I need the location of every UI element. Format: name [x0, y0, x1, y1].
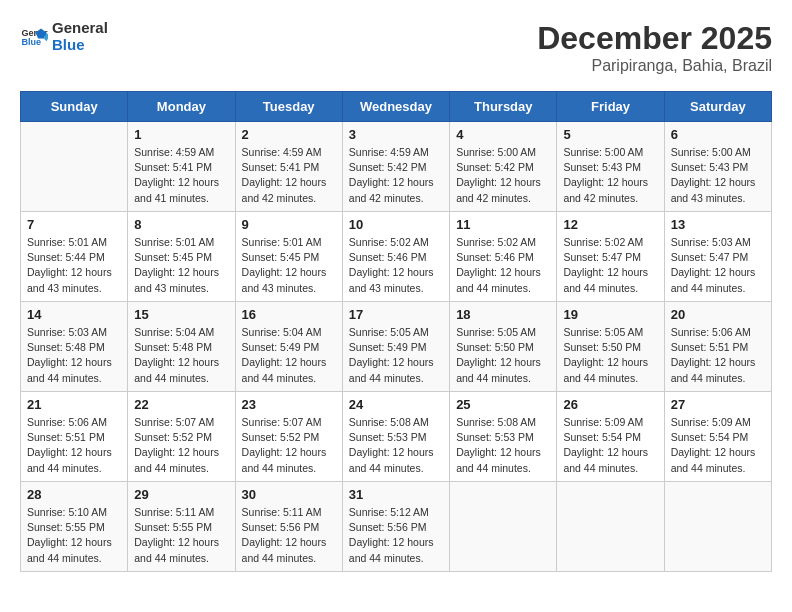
day-info: Sunrise: 5:05 AMSunset: 5:50 PMDaylight:… — [456, 325, 550, 386]
day-cell: 13Sunrise: 5:03 AMSunset: 5:47 PMDayligh… — [664, 212, 771, 302]
weekday-header-row: SundayMondayTuesdayWednesdayThursdayFrid… — [21, 92, 772, 122]
day-number: 14 — [27, 307, 121, 322]
day-cell: 26Sunrise: 5:09 AMSunset: 5:54 PMDayligh… — [557, 392, 664, 482]
day-info: Sunrise: 5:08 AMSunset: 5:53 PMDaylight:… — [456, 415, 550, 476]
day-cell: 7Sunrise: 5:01 AMSunset: 5:44 PMDaylight… — [21, 212, 128, 302]
week-row-3: 14Sunrise: 5:03 AMSunset: 5:48 PMDayligh… — [21, 302, 772, 392]
day-info: Sunrise: 5:02 AMSunset: 5:46 PMDaylight:… — [349, 235, 443, 296]
day-cell: 10Sunrise: 5:02 AMSunset: 5:46 PMDayligh… — [342, 212, 449, 302]
day-cell — [450, 482, 557, 572]
weekday-header-friday: Friday — [557, 92, 664, 122]
day-cell: 14Sunrise: 5:03 AMSunset: 5:48 PMDayligh… — [21, 302, 128, 392]
day-number: 7 — [27, 217, 121, 232]
day-number: 17 — [349, 307, 443, 322]
day-cell: 30Sunrise: 5:11 AMSunset: 5:56 PMDayligh… — [235, 482, 342, 572]
day-info: Sunrise: 4:59 AMSunset: 5:42 PMDaylight:… — [349, 145, 443, 206]
day-info: Sunrise: 5:10 AMSunset: 5:55 PMDaylight:… — [27, 505, 121, 566]
day-info: Sunrise: 5:04 AMSunset: 5:48 PMDaylight:… — [134, 325, 228, 386]
day-cell: 3Sunrise: 4:59 AMSunset: 5:42 PMDaylight… — [342, 122, 449, 212]
day-number: 6 — [671, 127, 765, 142]
weekday-header-monday: Monday — [128, 92, 235, 122]
day-cell: 8Sunrise: 5:01 AMSunset: 5:45 PMDaylight… — [128, 212, 235, 302]
day-cell: 1Sunrise: 4:59 AMSunset: 5:41 PMDaylight… — [128, 122, 235, 212]
day-cell: 31Sunrise: 5:12 AMSunset: 5:56 PMDayligh… — [342, 482, 449, 572]
day-number: 19 — [563, 307, 657, 322]
day-info: Sunrise: 5:05 AMSunset: 5:50 PMDaylight:… — [563, 325, 657, 386]
day-info: Sunrise: 5:00 AMSunset: 5:43 PMDaylight:… — [563, 145, 657, 206]
day-cell: 24Sunrise: 5:08 AMSunset: 5:53 PMDayligh… — [342, 392, 449, 482]
day-info: Sunrise: 5:09 AMSunset: 5:54 PMDaylight:… — [563, 415, 657, 476]
day-cell: 4Sunrise: 5:00 AMSunset: 5:42 PMDaylight… — [450, 122, 557, 212]
logo-blue: Blue — [52, 37, 108, 54]
week-row-1: 1Sunrise: 4:59 AMSunset: 5:41 PMDaylight… — [21, 122, 772, 212]
day-info: Sunrise: 5:03 AMSunset: 5:47 PMDaylight:… — [671, 235, 765, 296]
weekday-header-wednesday: Wednesday — [342, 92, 449, 122]
day-cell: 6Sunrise: 5:00 AMSunset: 5:43 PMDaylight… — [664, 122, 771, 212]
day-info: Sunrise: 5:04 AMSunset: 5:49 PMDaylight:… — [242, 325, 336, 386]
day-info: Sunrise: 5:02 AMSunset: 5:46 PMDaylight:… — [456, 235, 550, 296]
day-info: Sunrise: 5:06 AMSunset: 5:51 PMDaylight:… — [27, 415, 121, 476]
day-cell: 12Sunrise: 5:02 AMSunset: 5:47 PMDayligh… — [557, 212, 664, 302]
day-number: 1 — [134, 127, 228, 142]
day-info: Sunrise: 5:03 AMSunset: 5:48 PMDaylight:… — [27, 325, 121, 386]
title-block: December 2025 Paripiranga, Bahia, Brazil — [537, 20, 772, 75]
day-number: 2 — [242, 127, 336, 142]
day-number: 27 — [671, 397, 765, 412]
day-number: 12 — [563, 217, 657, 232]
day-number: 3 — [349, 127, 443, 142]
day-info: Sunrise: 5:11 AMSunset: 5:56 PMDaylight:… — [242, 505, 336, 566]
logo: General Blue General Blue — [20, 20, 108, 53]
day-cell: 28Sunrise: 5:10 AMSunset: 5:55 PMDayligh… — [21, 482, 128, 572]
weekday-header-tuesday: Tuesday — [235, 92, 342, 122]
day-number: 4 — [456, 127, 550, 142]
day-cell: 11Sunrise: 5:02 AMSunset: 5:46 PMDayligh… — [450, 212, 557, 302]
day-info: Sunrise: 5:11 AMSunset: 5:55 PMDaylight:… — [134, 505, 228, 566]
day-number: 29 — [134, 487, 228, 502]
week-row-5: 28Sunrise: 5:10 AMSunset: 5:55 PMDayligh… — [21, 482, 772, 572]
day-number: 28 — [27, 487, 121, 502]
day-info: Sunrise: 5:00 AMSunset: 5:43 PMDaylight:… — [671, 145, 765, 206]
day-info: Sunrise: 5:12 AMSunset: 5:56 PMDaylight:… — [349, 505, 443, 566]
day-cell: 17Sunrise: 5:05 AMSunset: 5:49 PMDayligh… — [342, 302, 449, 392]
day-number: 11 — [456, 217, 550, 232]
day-number: 10 — [349, 217, 443, 232]
day-cell: 25Sunrise: 5:08 AMSunset: 5:53 PMDayligh… — [450, 392, 557, 482]
day-info: Sunrise: 5:01 AMSunset: 5:45 PMDaylight:… — [242, 235, 336, 296]
day-cell: 9Sunrise: 5:01 AMSunset: 5:45 PMDaylight… — [235, 212, 342, 302]
weekday-header-saturday: Saturday — [664, 92, 771, 122]
day-number: 23 — [242, 397, 336, 412]
weekday-header-sunday: Sunday — [21, 92, 128, 122]
day-number: 5 — [563, 127, 657, 142]
day-number: 18 — [456, 307, 550, 322]
day-cell: 29Sunrise: 5:11 AMSunset: 5:55 PMDayligh… — [128, 482, 235, 572]
day-number: 24 — [349, 397, 443, 412]
day-cell — [21, 122, 128, 212]
day-info: Sunrise: 5:07 AMSunset: 5:52 PMDaylight:… — [134, 415, 228, 476]
day-number: 15 — [134, 307, 228, 322]
day-info: Sunrise: 5:00 AMSunset: 5:42 PMDaylight:… — [456, 145, 550, 206]
logo-icon: General Blue — [20, 23, 48, 51]
day-info: Sunrise: 5:07 AMSunset: 5:52 PMDaylight:… — [242, 415, 336, 476]
day-info: Sunrise: 5:09 AMSunset: 5:54 PMDaylight:… — [671, 415, 765, 476]
calendar-table: SundayMondayTuesdayWednesdayThursdayFrid… — [20, 91, 772, 572]
day-number: 8 — [134, 217, 228, 232]
day-info: Sunrise: 5:06 AMSunset: 5:51 PMDaylight:… — [671, 325, 765, 386]
day-cell: 21Sunrise: 5:06 AMSunset: 5:51 PMDayligh… — [21, 392, 128, 482]
logo-general: General — [52, 20, 108, 37]
day-info: Sunrise: 4:59 AMSunset: 5:41 PMDaylight:… — [134, 145, 228, 206]
page-header: General Blue General Blue December 2025 … — [20, 20, 772, 75]
day-number: 30 — [242, 487, 336, 502]
day-cell — [664, 482, 771, 572]
day-info: Sunrise: 5:01 AMSunset: 5:44 PMDaylight:… — [27, 235, 121, 296]
page-subtitle: Paripiranga, Bahia, Brazil — [537, 57, 772, 75]
day-number: 22 — [134, 397, 228, 412]
day-info: Sunrise: 4:59 AMSunset: 5:41 PMDaylight:… — [242, 145, 336, 206]
day-info: Sunrise: 5:08 AMSunset: 5:53 PMDaylight:… — [349, 415, 443, 476]
day-cell: 15Sunrise: 5:04 AMSunset: 5:48 PMDayligh… — [128, 302, 235, 392]
day-cell: 19Sunrise: 5:05 AMSunset: 5:50 PMDayligh… — [557, 302, 664, 392]
day-cell: 2Sunrise: 4:59 AMSunset: 5:41 PMDaylight… — [235, 122, 342, 212]
page-title: December 2025 — [537, 20, 772, 57]
day-number: 31 — [349, 487, 443, 502]
day-info: Sunrise: 5:01 AMSunset: 5:45 PMDaylight:… — [134, 235, 228, 296]
day-number: 21 — [27, 397, 121, 412]
